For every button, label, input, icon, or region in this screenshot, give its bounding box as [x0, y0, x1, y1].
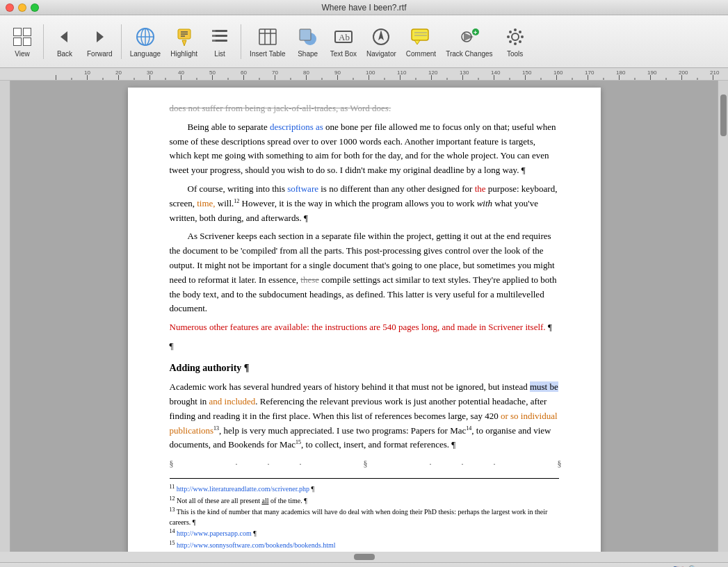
list-button[interactable]: List	[203, 23, 236, 60]
back-button[interactable]: Back	[48, 23, 81, 60]
para-descriptions: Being able to separate descriptions as o…	[170, 120, 559, 178]
maximize-button[interactable]	[31, 3, 39, 12]
svg-point-35	[512, 33, 519, 40]
title-bar: Where have I been?.rtf	[0, 0, 728, 15]
para-continuation: does not suffer from being a jack-of-all…	[170, 101, 559, 116]
svg-rect-14	[212, 30, 216, 32]
scrollbar-thumb[interactable]	[720, 94, 727, 136]
comment-label: Comment	[406, 50, 436, 58]
section-header-authority: Adding authority ¶	[170, 361, 559, 376]
footnote-ref-14: 14	[466, 425, 471, 431]
svg-point-38	[507, 35, 510, 38]
fn-link-15[interactable]: http://www.sonnysoftware.com/bookends/bo…	[177, 541, 336, 549]
svg-point-41	[519, 40, 521, 43]
para-scrivener-compile: As Scrivener keeps each section in a sep…	[170, 229, 559, 316]
svg-point-42	[519, 31, 521, 33]
text-features: Numerous other features are available: t…	[170, 322, 546, 332]
fn-num-13: 13	[170, 507, 175, 513]
footnote-ref-13: 13	[213, 425, 219, 431]
para-academic: Academic work has several hundred years …	[170, 380, 559, 452]
section-separator: § · · · § · · · §	[170, 458, 559, 471]
svg-marker-32	[464, 33, 474, 41]
svg-point-40	[509, 31, 512, 33]
close-button[interactable]	[6, 3, 14, 12]
para-empty: ¶	[170, 339, 559, 354]
view-button[interactable]: View	[6, 23, 39, 60]
svg-rect-17	[259, 29, 276, 44]
text-time: time,	[197, 198, 215, 208]
comment-icon	[410, 26, 432, 48]
fn-link-14[interactable]: http://www.papersapp.com	[177, 530, 252, 538]
navigator-label: Navigator	[366, 50, 396, 58]
para-features-red: Numerous other features are available: t…	[170, 320, 559, 335]
minimize-button[interactable]	[18, 3, 26, 12]
toolbar: View Back Forward Langua	[0, 15, 728, 68]
shape-label: Shape	[298, 50, 318, 58]
svg-marker-1	[97, 31, 104, 42]
text-and-included: and included	[209, 396, 256, 406]
svg-marker-26	[378, 30, 384, 40]
status-cloud-icon: ☁	[622, 565, 631, 568]
svg-point-37	[514, 42, 517, 45]
highlight-must-be: must be	[530, 381, 558, 392]
view-icon	[11, 26, 33, 48]
view-label: View	[15, 50, 30, 58]
language-button[interactable]: Language	[126, 23, 165, 60]
footnote-15: 15 http://www.sonnysoftware.com/bookends…	[170, 539, 559, 550]
ruler	[0, 68, 728, 81]
insert-table-icon	[257, 26, 279, 48]
shape-button[interactable]: Shape	[291, 23, 325, 60]
window-controls	[6, 3, 39, 12]
para-software: Of course, writing into this software is…	[170, 182, 559, 225]
fn-num-14: 14	[170, 528, 175, 534]
fn-link-11[interactable]: http://www.literatureandlatte.com/scrive…	[177, 486, 309, 493]
comment-button[interactable]: Comment	[402, 23, 440, 60]
svg-marker-30	[414, 40, 420, 44]
forward-label: Forward	[87, 50, 113, 58]
scroll-gutter-left	[0, 81, 10, 552]
svg-text:Ab: Ab	[339, 32, 350, 42]
tools-button[interactable]: Tools	[499, 23, 532, 60]
svg-rect-27	[412, 29, 428, 40]
link-descriptions: descriptions as	[270, 122, 323, 132]
highlight-label: Highlight	[170, 50, 197, 58]
svg-rect-22	[300, 29, 311, 40]
text-with: with	[477, 198, 492, 208]
footnote-ref-12: 12	[234, 197, 239, 204]
fn-12-underline: all	[261, 497, 268, 504]
fn-num-12: 12	[170, 495, 175, 502]
track-changes-icon: +	[458, 26, 480, 48]
highlight-button[interactable]: Highlight	[166, 23, 202, 60]
fn-num-11: 11	[170, 484, 175, 490]
ruler-canvas	[0, 68, 728, 81]
svg-point-36	[514, 28, 517, 31]
list-icon	[209, 26, 231, 48]
tools-icon	[504, 26, 526, 48]
link-software: software	[287, 183, 318, 194]
footnote-12: 12 Not all of these are all present all …	[170, 495, 559, 506]
text-box-icon: Ab	[332, 26, 355, 48]
footnote-11: 11 http://www.literatureandlatte.com/scr…	[170, 483, 559, 494]
document-area[interactable]: does not suffer from being a jack-of-all…	[10, 81, 718, 552]
horiz-scroll-thumb[interactable]	[354, 554, 375, 560]
track-changes-button[interactable]: + Track Changes	[442, 23, 496, 60]
back-icon	[54, 26, 76, 48]
text-the: the	[475, 183, 486, 194]
tools-label: Tools	[507, 50, 523, 58]
back-label: Back	[57, 50, 72, 58]
insert-table-button[interactable]: Insert Table	[245, 23, 290, 60]
navigator-button[interactable]: Navigator	[362, 23, 401, 60]
sep2	[121, 24, 122, 59]
status-bar-right: a ☁ 🇬🇧 🔍 150%	[603, 565, 722, 568]
svg-marker-0	[60, 31, 67, 42]
footnote-14: 14 http://www.papersapp.com ¶	[170, 527, 559, 539]
document-page: does not suffer from being a jack-of-all…	[128, 88, 601, 552]
strikethrough-text: does not suffer from being a jack-of-all…	[170, 103, 391, 113]
language-icon	[134, 26, 156, 48]
footnote-ref-15: 15	[296, 439, 301, 445]
svg-point-39	[521, 35, 524, 38]
forward-button[interactable]: Forward	[83, 23, 117, 60]
horizontal-scrollbar	[0, 552, 728, 562]
text-box-button[interactable]: Ab Text Box	[326, 23, 361, 60]
window-title: Where have I been?.rtf	[321, 3, 406, 13]
